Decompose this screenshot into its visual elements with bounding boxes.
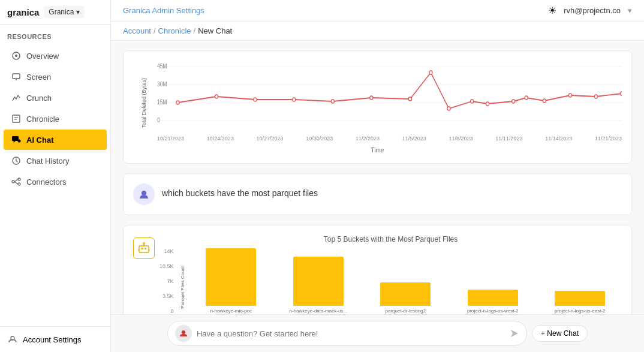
- robot-icon: [133, 237, 155, 259]
- sidebar-nav: Overview Screen Crunch Chronicle: [0, 45, 110, 192]
- sidebar-item-chronicle-label: Chronicle: [26, 115, 59, 124]
- bar-y-7k: 7K: [167, 278, 174, 284]
- sidebar-item-chat-history[interactable]: Chat History: [4, 151, 107, 171]
- breadcrumb-sep-1: /: [154, 26, 156, 35]
- send-button[interactable]: [510, 329, 519, 338]
- sidebar-item-overview-label: Overview: [26, 52, 59, 61]
- app-logo: granica: [7, 7, 39, 17]
- x-tick-4: 10/30/2023: [306, 136, 333, 142]
- chevron-down-icon[interactable]: ▾: [628, 6, 632, 15]
- topbar: Granica Admin Settings ☀ rvh@projectn.co…: [111, 0, 644, 22]
- bar-y-0: 0: [171, 308, 174, 314]
- sidebar-item-crunch-label: Crunch: [26, 94, 52, 103]
- svg-rect-2: [13, 74, 20, 79]
- breadcrumb-sep-2: /: [194, 26, 196, 35]
- svg-point-38: [594, 95, 597, 98]
- breadcrumb: Account / Chronicle / New Chat: [111, 22, 644, 41]
- x-tick-1: 10/21/2023: [157, 136, 184, 142]
- y-axis-label: Total Deleted (Bytes): [141, 78, 147, 128]
- sidebar-item-connectors-label: Connectors: [26, 177, 66, 186]
- breadcrumb-current: New Chat: [198, 26, 232, 35]
- svg-point-34: [512, 100, 515, 103]
- chat-input[interactable]: [197, 329, 505, 338]
- svg-point-28: [370, 96, 373, 100]
- svg-point-23: [176, 101, 179, 104]
- ai-chat-icon: [11, 134, 22, 145]
- bar-y-35k: 3.5K: [162, 293, 174, 299]
- svg-point-30: [429, 71, 432, 74]
- svg-point-48: [182, 330, 185, 334]
- x-tick-3: 10/27/2023: [257, 136, 284, 142]
- svg-point-31: [447, 107, 450, 110]
- sidebar-item-ai-chat[interactable]: AI Chat: [4, 130, 107, 150]
- svg-point-11: [18, 183, 20, 185]
- admin-settings-link[interactable]: Granica Admin Settings: [123, 6, 204, 15]
- svg-point-36: [543, 99, 546, 103]
- svg-point-27: [331, 100, 334, 103]
- line-chart-container: Total Deleted (Bytes) 45M: [133, 61, 622, 154]
- send-icon: [510, 329, 519, 338]
- line-chart-svg: 45M 30M 15M 0: [157, 61, 622, 133]
- sidebar-item-screen-label: Screen: [26, 73, 51, 82]
- sidebar-header: granica Granica ▾: [0, 0, 110, 25]
- bar-5: project-n-logs-us-east-2: [538, 248, 622, 314]
- account-settings-label: Account Settings: [23, 335, 82, 344]
- svg-point-10: [18, 178, 20, 180]
- overview-icon: [11, 50, 22, 61]
- sidebar-item-screen[interactable]: Screen: [4, 67, 107, 87]
- account-settings-item[interactable]: Account Settings: [0, 326, 110, 352]
- topbar-right: ☀ rvh@projectn.co ▾: [548, 5, 632, 16]
- bar-5-label: project-n-logs-us-east-2: [555, 308, 605, 314]
- new-chat-label: + New Chat: [541, 329, 579, 338]
- sidebar-item-overview[interactable]: Overview: [4, 46, 107, 66]
- account-settings-icon: [7, 334, 18, 345]
- svg-rect-42: [142, 248, 143, 249]
- svg-point-9: [12, 180, 14, 183]
- user-avatar: [133, 183, 155, 205]
- bar-3-label: parquet-dr-testing2: [385, 308, 426, 314]
- x-axis-label: Time: [133, 147, 622, 154]
- svg-point-33: [486, 102, 489, 106]
- sidebar-item-connectors[interactable]: Connectors: [4, 172, 107, 192]
- svg-point-35: [525, 96, 528, 100]
- x-tick-2: 10/24/2023: [207, 136, 234, 142]
- bar-4-label: project-n-logs-us-west-2: [467, 308, 519, 314]
- svg-point-26: [293, 98, 296, 101]
- sidebar-item-chronicle[interactable]: Chronicle: [4, 109, 107, 129]
- chronicle-icon: [11, 113, 22, 124]
- bar-1: n-hawkeye-miq-poc: [189, 248, 273, 314]
- new-chat-button[interactable]: + New Chat: [532, 325, 588, 342]
- x-tick-5: 11/2/2023: [356, 136, 380, 142]
- crunch-icon: [11, 92, 22, 103]
- svg-text:15M: 15M: [157, 99, 167, 106]
- main-content: Total Deleted (Bytes) 45M: [111, 41, 644, 352]
- bar-2: n-hawkeye-data-mack-us...: [276, 248, 360, 314]
- svg-rect-43: [145, 248, 146, 249]
- svg-line-13: [14, 182, 18, 184]
- svg-point-39: [620, 92, 622, 95]
- user-email: rvh@projectn.co: [564, 6, 621, 15]
- line-chart-card: Total Deleted (Bytes) 45M: [123, 50, 632, 164]
- input-wrapper: [167, 321, 527, 346]
- bar-y-14k: 14K: [164, 248, 174, 254]
- x-tick-9: 11/14/2023: [545, 136, 572, 142]
- bar-y-axis-label: Parquet Files Count: [180, 266, 185, 309]
- chat-message-text: which buckets have the most parquet file…: [162, 183, 318, 198]
- bar-3: parquet-dr-testing2: [364, 248, 448, 314]
- svg-point-1: [15, 55, 17, 57]
- workspace-name: Granica: [49, 8, 74, 16]
- x-tick-7: 11/8/2023: [449, 136, 473, 142]
- workspace-selector[interactable]: Granica ▾: [44, 6, 85, 18]
- svg-line-12: [14, 179, 18, 182]
- breadcrumb-account[interactable]: Account: [123, 26, 151, 35]
- svg-point-45: [143, 243, 145, 245]
- breadcrumb-chronicle[interactable]: Chronicle: [158, 26, 191, 35]
- sun-icon[interactable]: ☀: [548, 5, 556, 16]
- svg-text:45M: 45M: [157, 63, 167, 70]
- bar-chart-area: Top 5 Buckets with the Most Parquet File…: [160, 235, 622, 326]
- chat-history-icon: [11, 155, 22, 166]
- chevron-down-icon: ▾: [76, 8, 80, 16]
- sidebar-item-crunch[interactable]: Crunch: [4, 88, 107, 108]
- bar-1-rect: [206, 248, 256, 306]
- bar-5-rect: [555, 291, 605, 306]
